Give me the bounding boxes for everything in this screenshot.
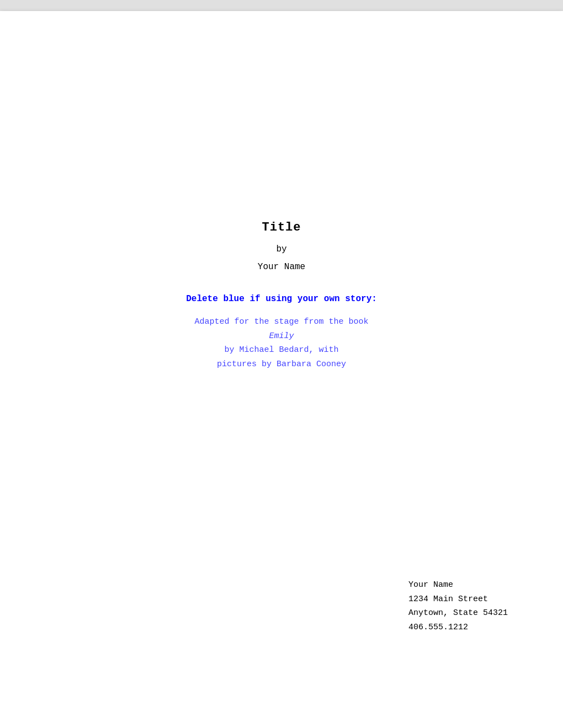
page: Title by Your Name Delete blue if using …: [0, 11, 563, 728]
contact-name: Your Name: [408, 578, 508, 592]
author-name: Your Name: [258, 262, 305, 272]
adapted-section: Adapted for the stage from the book Emil…: [194, 315, 368, 371]
adapted-line3: by Michael Bedard, with: [194, 343, 368, 357]
screenplay-title: Title: [262, 221, 301, 234]
delete-notice: Delete blue if using your own story:: [186, 294, 377, 304]
contact-address: 1234 Main Street: [408, 592, 508, 607]
book-title: Emily: [194, 329, 368, 344]
contact-city-state: Anytown, State 54321: [408, 606, 508, 620]
contact-phone: 406.555.1212: [408, 620, 508, 635]
contact-section: Your Name 1234 Main Street Anytown, Stat…: [408, 578, 508, 634]
by-label: by: [276, 244, 286, 254]
adapted-line4: pictures by Barbara Cooney: [194, 357, 368, 372]
adapted-line1: Adapted for the stage from the book: [194, 315, 368, 329]
title-section: Title by Your Name Delete blue if using …: [0, 221, 563, 371]
